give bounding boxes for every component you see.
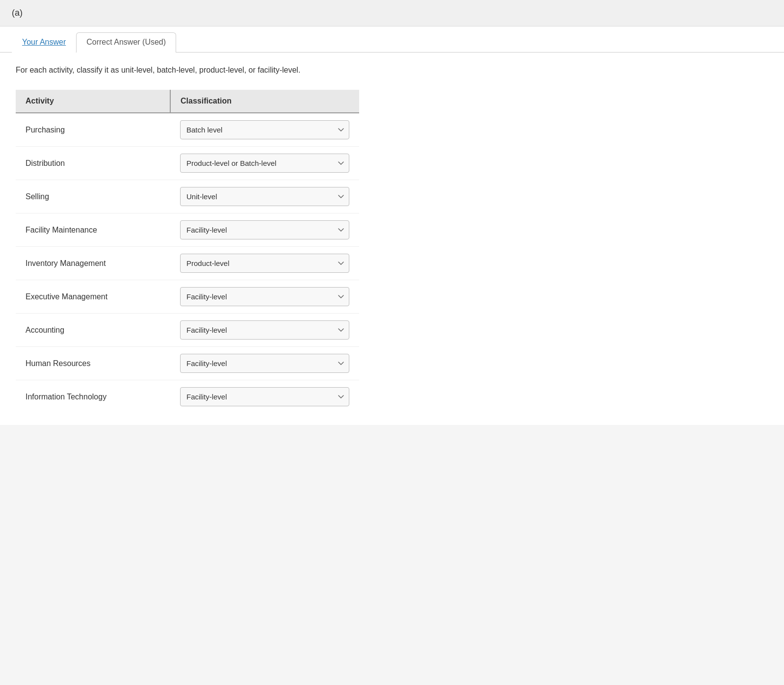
- table-row: Executive ManagementUnit-levelBatch leve…: [16, 280, 359, 314]
- main-content: Your Answer Correct Answer (Used) For ea…: [0, 26, 784, 425]
- classification-cell: Unit-levelBatch levelProduct-levelFacili…: [170, 180, 359, 213]
- activity-cell: Executive Management: [16, 280, 170, 314]
- classification-select[interactable]: Unit-levelBatch levelProduct-levelFacili…: [180, 254, 349, 273]
- page-header: (a): [0, 0, 784, 26]
- table-header-row: Activity Classification: [16, 90, 359, 113]
- activity-cell: Facility Maintenance: [16, 213, 170, 247]
- activity-cell: Information Technology: [16, 380, 170, 414]
- classification-cell: Unit-levelBatch levelProduct-levelFacili…: [170, 213, 359, 247]
- classification-select[interactable]: Unit-levelBatch levelProduct-levelFacili…: [180, 387, 349, 406]
- activity-cell: Distribution: [16, 147, 170, 180]
- content-area: For each activity, classify it as unit-l…: [0, 53, 784, 425]
- table-row: SellingUnit-levelBatch levelProduct-leve…: [16, 180, 359, 213]
- classification-cell: Unit-levelBatch levelProduct-levelFacili…: [170, 314, 359, 347]
- table-row: Information TechnologyUnit-levelBatch le…: [16, 380, 359, 414]
- activity-cell: Inventory Management: [16, 247, 170, 280]
- table-row: DistributionUnit-levelBatch levelProduct…: [16, 147, 359, 180]
- classification-select[interactable]: Unit-levelBatch levelProduct-levelFacili…: [180, 187, 349, 206]
- classification-select[interactable]: Unit-levelBatch levelProduct-levelFacili…: [180, 287, 349, 306]
- table-row: Facility MaintenanceUnit-levelBatch leve…: [16, 213, 359, 247]
- activity-cell: Purchasing: [16, 113, 170, 147]
- instruction-text: For each activity, classify it as unit-l…: [16, 64, 768, 76]
- part-label: (a): [12, 8, 23, 18]
- classification-cell: Unit-levelBatch levelProduct-levelFacili…: [170, 147, 359, 180]
- tab-your-answer[interactable]: Your Answer: [12, 32, 76, 53]
- tab-correct-answer[interactable]: Correct Answer (Used): [76, 32, 176, 53]
- classification-select[interactable]: Unit-levelBatch levelProduct-levelFacili…: [180, 354, 349, 373]
- column-header-classification: Classification: [170, 90, 359, 113]
- classification-select[interactable]: Unit-levelBatch levelProduct-levelFacili…: [180, 220, 349, 239]
- activity-cell: Selling: [16, 180, 170, 213]
- table-row: PurchasingUnit-levelBatch levelProduct-l…: [16, 113, 359, 147]
- table-row: AccountingUnit-levelBatch levelProduct-l…: [16, 314, 359, 347]
- tabs-bar: Your Answer Correct Answer (Used): [0, 26, 784, 53]
- classification-select[interactable]: Unit-levelBatch levelProduct-levelFacili…: [180, 154, 349, 173]
- classification-select[interactable]: Unit-levelBatch levelProduct-levelFacili…: [180, 120, 349, 139]
- classification-cell: Unit-levelBatch levelProduct-levelFacili…: [170, 247, 359, 280]
- activity-cell: Human Resources: [16, 347, 170, 380]
- classification-cell: Unit-levelBatch levelProduct-levelFacili…: [170, 113, 359, 147]
- classification-table: Activity Classification PurchasingUnit-l…: [16, 90, 359, 413]
- classification-select[interactable]: Unit-levelBatch levelProduct-levelFacili…: [180, 320, 349, 340]
- column-header-activity: Activity: [16, 90, 170, 113]
- table-row: Human ResourcesUnit-levelBatch levelProd…: [16, 347, 359, 380]
- table-row: Inventory ManagementUnit-levelBatch leve…: [16, 247, 359, 280]
- classification-cell: Unit-levelBatch levelProduct-levelFacili…: [170, 380, 359, 414]
- activity-cell: Accounting: [16, 314, 170, 347]
- classification-cell: Unit-levelBatch levelProduct-levelFacili…: [170, 347, 359, 380]
- classification-cell: Unit-levelBatch levelProduct-levelFacili…: [170, 280, 359, 314]
